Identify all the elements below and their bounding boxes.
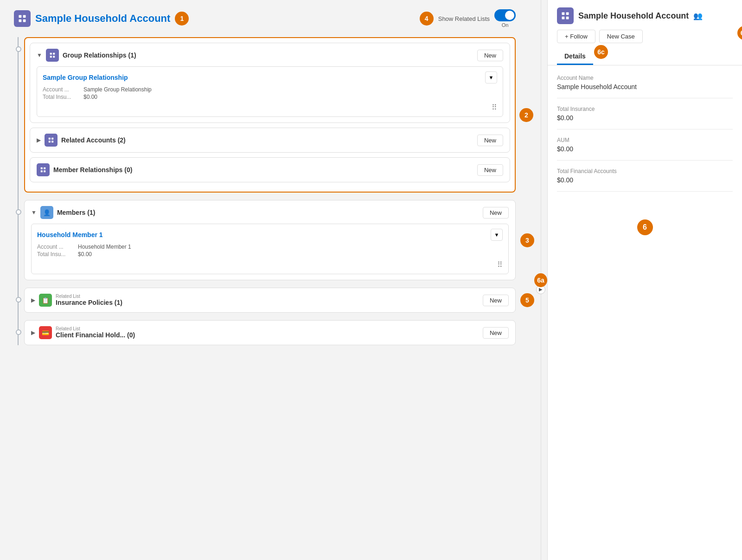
svg-rect-2 [19, 19, 22, 22]
right-detail-panel: Sample Household Account 👥 + Follow New … [547, 0, 742, 560]
related-accounts-section: ▶ Related Accounts (2) New [30, 128, 510, 153]
annotation-badge-6a: 6a [534, 273, 547, 287]
svg-rect-0 [19, 15, 22, 18]
svg-rect-4 [50, 53, 52, 55]
related-accounts-new-button[interactable]: New [477, 135, 503, 146]
client-financial-new-button[interactable]: New [483, 327, 509, 339]
client-financial-icon: 💳 [39, 326, 52, 339]
follow-button[interactable]: + Follow [557, 30, 595, 43]
members-chevron[interactable]: ▼ [31, 209, 37, 216]
gr-field2-value: $0.00 [83, 94, 497, 100]
panel-splitter: 6a ▶ [534, 0, 547, 560]
details-body: Account Name Sample Household Account To… [548, 65, 742, 560]
card-group-relationships: ▼ Group Relationships (1) New Sa [24, 37, 516, 193]
svg-rect-8 [49, 138, 51, 140]
insurance-policies-sublabel: Related List [56, 294, 122, 299]
members-title: Members (1) [57, 209, 95, 216]
account-name-value: Sample Household Account [557, 83, 733, 90]
svg-rect-5 [53, 53, 55, 55]
hm-field2-label: Total Insu... [37, 251, 74, 257]
household-member-link[interactable]: Household Member 1 [37, 231, 103, 238]
related-accounts-header: ▶ Related Accounts (2) New [37, 134, 503, 147]
members-new-button[interactable]: New [483, 207, 509, 219]
insurance-policies-section: ▶ 📋 Related List Insurance Policies (1) … [24, 288, 516, 313]
total-financial-field: Total Financial Accounts $0.00 [557, 168, 733, 192]
show-related-label: Show Related Lists [438, 15, 490, 22]
member-relationships-title: Member Relationships (0) [53, 166, 132, 174]
svg-rect-17 [566, 13, 569, 15]
gr-field1-value: Sample Group Relationship [83, 86, 497, 93]
member-relationships-section: Member Relationships (0) New [30, 157, 510, 182]
svg-rect-13 [44, 167, 45, 169]
total-insurance-label: Total Insurance [557, 106, 733, 112]
related-accounts-icon [45, 134, 58, 147]
hm-hierarchy-icon[interactable]: ⠿ [497, 260, 503, 269]
household-member-dropdown[interactable]: ▼ [491, 229, 503, 241]
group-relationships-chevron[interactable]: ▼ [37, 52, 42, 58]
annotation-badge-3: 3 [520, 233, 534, 247]
annotation-badge-1: 1 [175, 12, 189, 26]
client-financial-chevron[interactable]: ▶ [31, 329, 35, 336]
related-accounts-chevron[interactable]: ▶ [37, 137, 41, 143]
share-icon[interactable]: 👥 [693, 12, 703, 20]
svg-rect-15 [44, 170, 45, 172]
new-case-button[interactable]: New Case [599, 30, 643, 43]
client-financial-title: Client Financial Hold... (0) [56, 331, 135, 339]
svg-rect-10 [49, 141, 51, 142]
insurance-policies-icon: 📋 [39, 294, 52, 307]
page-title: Sample Household Account [35, 13, 170, 25]
tab-details[interactable]: Details [557, 49, 593, 65]
svg-rect-18 [562, 17, 565, 19]
account-name-field: Account Name Sample Household Account [557, 75, 733, 98]
svg-rect-9 [51, 138, 53, 140]
hm-field2-value: $0.00 [78, 251, 503, 257]
svg-rect-6 [50, 56, 52, 58]
member-relationships-icon [37, 163, 50, 176]
group-relationship-dropdown[interactable]: ▼ [485, 71, 497, 84]
svg-rect-11 [51, 141, 53, 142]
aum-label: AUM [557, 137, 733, 143]
total-financial-value: $0.00 [557, 176, 733, 184]
insurance-policies-new-button[interactable]: New [483, 295, 509, 306]
svg-rect-1 [23, 15, 26, 18]
gr-field2-label: Total Insu... [43, 94, 80, 100]
account-name-label: Account Name [557, 75, 733, 81]
client-financial-section: ▶ 💳 Related List Client Financial Hold..… [24, 320, 516, 345]
members-header: ▼ 👤 Members (1) New [31, 206, 509, 219]
aum-field: AUM $0.00 [557, 137, 733, 161]
group-relationships-section: ▼ Group Relationships (1) New Sa [30, 43, 510, 123]
group-relationships-header: ▼ Group Relationships (1) New [37, 49, 503, 62]
group-relationships-new-button[interactable]: New [477, 50, 503, 61]
members-icon: 👤 [40, 206, 53, 219]
annotation-badge-6b: 6b [737, 26, 742, 40]
total-insurance-value: $0.00 [557, 114, 733, 122]
right-panel-title: Sample Household Account [578, 11, 689, 21]
related-accounts-title: Related Accounts (2) [61, 136, 126, 144]
right-panel-icon [557, 7, 574, 24]
member-relationships-new-button[interactable]: New [477, 164, 503, 176]
aum-value: $0.00 [557, 145, 733, 153]
toggle-status: On [502, 22, 509, 28]
group-relationship-link[interactable]: Sample Group Relationship [43, 74, 128, 81]
annotation-badge-5: 5 [520, 293, 534, 307]
total-financial-label: Total Financial Accounts [557, 168, 733, 174]
svg-rect-14 [41, 170, 43, 172]
insurance-policies-title: Insurance Policies (1) [56, 299, 122, 306]
annotation-badge-6c: 6c [594, 45, 608, 59]
member-relationships-header: Member Relationships (0) New [37, 163, 503, 176]
annotation-badge-4: 4 [420, 12, 434, 26]
gr-hierarchy-icon[interactable]: ⠿ [492, 103, 497, 112]
insurance-policies-header: ▶ 📋 Related List Insurance Policies (1) … [31, 294, 509, 307]
client-financial-header: ▶ 💳 Related List Client Financial Hold..… [31, 326, 509, 339]
group-relationships-title: Group Relationships (1) [63, 51, 136, 59]
svg-rect-19 [566, 17, 569, 19]
members-section: ▼ 👤 Members (1) New Household Member 1 ▼ [24, 200, 516, 280]
group-relationships-icon [46, 49, 59, 62]
show-related-toggle[interactable] [494, 9, 516, 21]
page-icon [14, 10, 31, 27]
svg-rect-3 [23, 19, 26, 22]
group-relationship-record: Sample Group Relationship ▼ Account ... … [37, 66, 503, 117]
annotation-badge-6: 6 [637, 219, 653, 235]
insurance-policies-chevron[interactable]: ▶ [31, 297, 35, 303]
gr-field1-label: Account ... [43, 86, 80, 93]
